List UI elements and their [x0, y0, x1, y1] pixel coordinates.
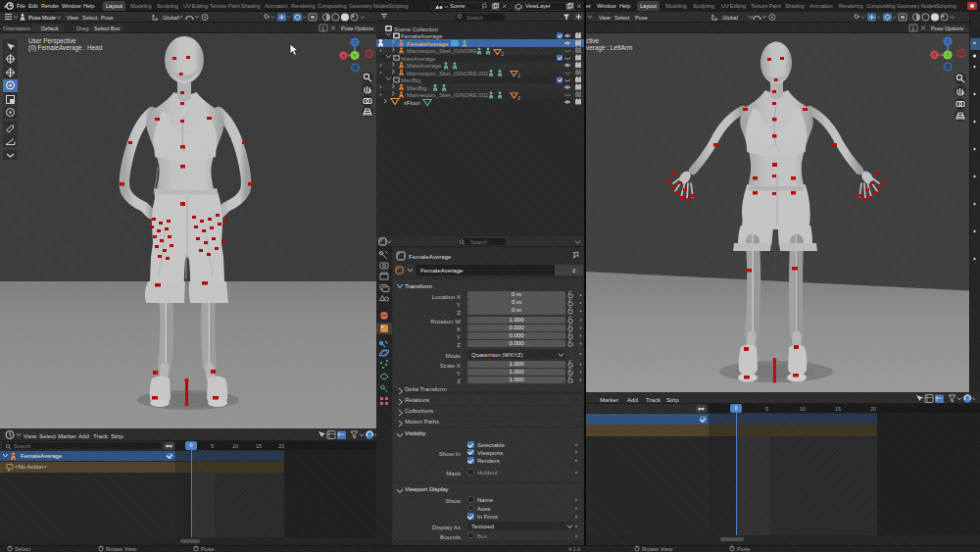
svg-text:ManBig: ManBig — [407, 85, 426, 91]
svg-text:ManBig: ManBig — [401, 77, 420, 83]
svg-text:2: 2 — [502, 52, 505, 57]
svg-text:Rotate View: Rotate View — [642, 546, 673, 552]
svg-text:Z: Z — [353, 39, 356, 45]
svg-text:Scene Collection: Scene Collection — [394, 26, 438, 32]
svg-text:Mannequin_Skel_IGNORE.002: Mannequin_Skel_IGNORE.002 — [407, 92, 489, 98]
svg-text:Z: Z — [946, 38, 949, 44]
svg-text:Mannequin_Skel_IGNORE.001: Mannequin_Skel_IGNORE.001 — [407, 71, 489, 76]
svg-text:FemaleAverage: FemaleAverage — [401, 33, 443, 39]
svg-text:Mannequin_Skel_IGNORE: Mannequin_Skel_IGNORE — [407, 48, 477, 54]
svg-text:Select: Select — [15, 546, 31, 552]
svg-text:Rotate View: Rotate View — [106, 546, 137, 552]
svg-text:xFloor: xFloor — [404, 100, 420, 106]
svg-text:Pose: Pose — [201, 546, 214, 552]
svg-text:1: 1 — [911, 25, 914, 31]
svg-text:MaleAverage: MaleAverage — [401, 56, 436, 62]
svg-text:1: 1 — [321, 25, 324, 31]
svg-text:2: 2 — [518, 74, 521, 78]
svg-text:2: 2 — [518, 96, 521, 101]
svg-text:Pose: Pose — [737, 546, 750, 552]
svg-text:MaleAverage: MaleAverage — [407, 63, 442, 69]
svg-text:FemaleAverage: FemaleAverage — [407, 41, 449, 47]
